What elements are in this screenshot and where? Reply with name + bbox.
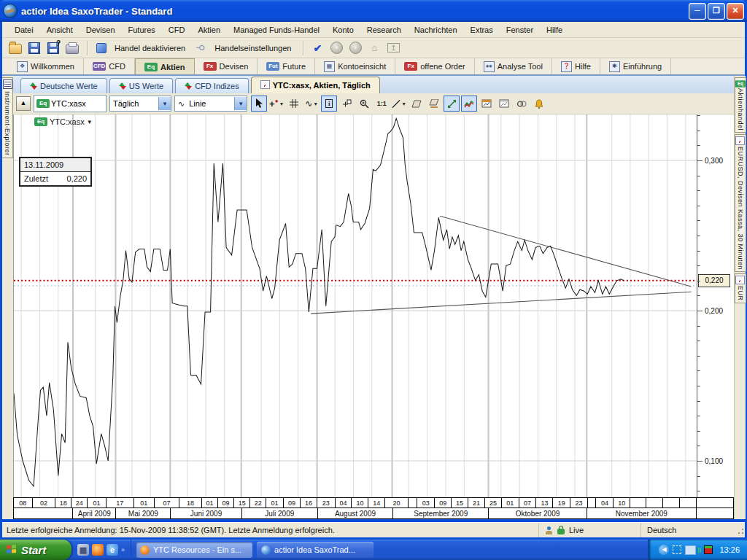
- internet-explorer-icon[interactable]: e: [107, 544, 118, 556]
- date-cell: 20: [384, 498, 408, 508]
- clear-drawings-button[interactable]: [426, 96, 442, 112]
- system-tray: ◀ 13:26: [648, 540, 747, 560]
- one-to-one-button[interactable]: 1:1: [374, 96, 390, 112]
- back-button[interactable]: ‹: [328, 39, 345, 57]
- close-button[interactable]: ✕: [727, 3, 744, 20]
- right-tab-label: EUR: [737, 286, 744, 301]
- oscillator-button[interactable]: ∿▼: [303, 96, 320, 112]
- price-axis[interactable]: 0,220 0,3000,2000,100: [697, 114, 734, 497]
- start-button[interactable]: Start: [0, 540, 71, 560]
- month-cell: November 2009: [587, 508, 696, 518]
- menu-item-hilfe[interactable]: Hilfe: [540, 23, 569, 36]
- price-axis-tick: [697, 220, 700, 221]
- module-tab-label: Devisen: [220, 62, 249, 71]
- indicators-button[interactable]: [461, 96, 477, 112]
- module-tab-future[interactable]: FutFuture: [258, 58, 315, 74]
- save-button[interactable]: [26, 39, 43, 57]
- symbol-input-box: Eq: [34, 95, 107, 112]
- confirm-button[interactable]: ✔: [309, 39, 326, 57]
- module-tab-cfd[interactable]: CFDCFD: [84, 58, 135, 74]
- module-tab-analyse-tool[interactable]: ◉◉Analyse Tool: [475, 58, 552, 74]
- new-chart-window-button[interactable]: [479, 96, 495, 112]
- open-button[interactable]: [7, 39, 24, 57]
- right-tab-1[interactable]: EqAktienhandel: [735, 77, 746, 133]
- right-tab-3[interactable]: EUR: [735, 273, 746, 303]
- symbol-input[interactable]: [50, 98, 104, 109]
- menu-item-managed-funds-handel[interactable]: Managed Funds-Handel: [227, 23, 326, 36]
- module-tab-devisen[interactable]: FxDevisen: [195, 58, 258, 74]
- annotation-button[interactable]: [338, 96, 355, 112]
- chart-tab-ytc-xasx-aktien-t-glich[interactable]: YTC:xasx, Aktien, Täglich: [251, 77, 380, 93]
- menu-item-fenster[interactable]: Fenster: [500, 23, 540, 36]
- menu-item-research[interactable]: Research: [360, 23, 408, 36]
- chart-style-select[interactable]: ∿ Linie ▼: [174, 96, 247, 112]
- chart-tab-cfd-indizes[interactable]: CFD Indizes: [175, 78, 249, 93]
- module-tab-kontoeinsicht[interactable]: ▦Kontoeinsicht: [315, 58, 395, 74]
- menu-item-ansicht[interactable]: Ansicht: [40, 23, 80, 36]
- menu-item-datei[interactable]: Datei: [8, 23, 40, 36]
- module-tab-willkommen[interactable]: ❖Willkommen: [8, 58, 84, 74]
- menu-item-aktien[interactable]: Aktien: [191, 23, 227, 36]
- task-button-globe[interactable]: actior Idea SaxoTrad...: [257, 542, 374, 558]
- menu-item-konto[interactable]: Konto: [326, 23, 360, 36]
- module-tab-hilfe[interactable]: ❓Hilfe: [552, 58, 600, 74]
- trade-settings-button[interactable]: ⚲: [193, 39, 210, 57]
- chart-tab-deutsche-werte[interactable]: Deutsche Werte: [20, 78, 107, 93]
- info-button[interactable]: i: [321, 96, 337, 112]
- trendline-button[interactable]: ▼: [391, 96, 407, 112]
- save-as-button[interactable]: ?: [44, 39, 62, 57]
- right-tab-2[interactable]: EURUSD, Devisen Kassa, 30 Minuten: [735, 134, 746, 272]
- tray-app-icon[interactable]: [673, 545, 681, 554]
- menu-item-futures[interactable]: Futures: [122, 23, 162, 36]
- eraser-button[interactable]: [409, 96, 425, 112]
- forward-button[interactable]: ›: [347, 39, 364, 57]
- date-cell: 04: [595, 498, 613, 508]
- trade-settings-label[interactable]: Handelseinstellungen: [214, 44, 291, 52]
- zoom-button[interactable]: [356, 96, 372, 112]
- crosshair-button[interactable]: +●▼: [268, 96, 285, 112]
- show-desktop-icon[interactable]: ▦: [77, 544, 89, 556]
- module-tab-aktien[interactable]: EqAktien: [135, 58, 195, 74]
- module-tab-einf-hrung[interactable]: ✱Einführung: [600, 58, 671, 74]
- menu-item-extras[interactable]: Extras: [464, 23, 500, 36]
- minimize-button[interactable]: ─: [689, 3, 706, 20]
- chart-tab-us-werte[interactable]: US Werte: [109, 78, 173, 93]
- module-tab-offene-order[interactable]: Fxoffene Order: [395, 58, 475, 74]
- print-button[interactable]: [63, 39, 81, 57]
- trade-disable-label[interactable]: Handel deaktivieren: [115, 44, 185, 52]
- print-icon: [66, 44, 79, 54]
- chart-plot-area[interactable]: Eq YTC:xasx ▼ 13.11.2009 Zuletzt 0,220: [13, 114, 697, 497]
- collapse-toolbar-button[interactable]: ▲: [16, 96, 31, 111]
- start-label: Start: [21, 544, 46, 556]
- date-cell: [662, 498, 679, 508]
- market-status-icon[interactable]: [704, 545, 713, 554]
- home-button[interactable]: ⌂: [365, 39, 383, 57]
- menu-item-nachrichten[interactable]: Nachrichten: [408, 23, 464, 36]
- maximize-button[interactable]: ❐: [708, 3, 725, 20]
- price-axis-tick: [697, 265, 700, 266]
- menu-item-cfd[interactable]: CFD: [162, 23, 192, 36]
- grid-button[interactable]: [286, 96, 302, 112]
- chevron-right-icon[interactable]: »: [121, 546, 125, 553]
- task-button-firefox[interactable]: YTC Resources - Ein s...: [136, 542, 252, 558]
- date-cell: 09: [283, 498, 300, 508]
- chart-legend[interactable]: Eq YTC:xasx ▼: [34, 117, 93, 126]
- up-button[interactable]: ↥: [384, 39, 402, 57]
- resize-grip[interactable]: [735, 525, 745, 535]
- chart-template-button[interactable]: [496, 96, 512, 112]
- network-volume-icon[interactable]: [685, 545, 696, 555]
- pointer-button[interactable]: [251, 96, 267, 112]
- tray-chevron-icon[interactable]: ◀: [659, 545, 669, 555]
- alert-button[interactable]: [531, 96, 547, 112]
- period-select[interactable]: Täglich ▼: [109, 96, 171, 112]
- price-axis-tick: [697, 491, 700, 491]
- back-icon: ‹: [330, 42, 343, 54]
- fit-chart-button[interactable]: [444, 96, 460, 112]
- instrument-explorer-tab[interactable]: Instrument-Explorer: [2, 77, 13, 158]
- chevron-down-icon: ▼: [279, 101, 284, 106]
- link-charts-button[interactable]: [514, 96, 530, 112]
- firefox-icon[interactable]: [92, 544, 104, 556]
- price-axis-tick: [697, 431, 700, 432]
- menu-item-devisen[interactable]: Devisen: [80, 23, 122, 36]
- trade-disable-button[interactable]: [93, 39, 110, 57]
